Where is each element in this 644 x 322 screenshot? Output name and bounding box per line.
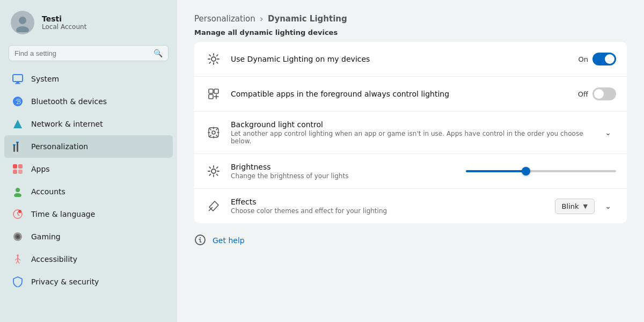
sidebar-item-label-accounts: Accounts xyxy=(31,187,65,196)
settings-card: Use Dynamic Lighting on my devices On xyxy=(194,42,627,223)
setting-label-brightness: Brightness xyxy=(231,163,455,171)
setting-control-brightness xyxy=(466,170,616,172)
setting-text-effects: Effects Choose color themes and effect f… xyxy=(231,197,544,215)
sidebar-item-label-bluetooth: Bluetooth & devices xyxy=(31,97,107,106)
svg-rect-41 xyxy=(214,89,218,93)
svg-line-36 xyxy=(209,55,210,56)
setting-row-use-dynamic-lighting: Use Dynamic Lighting on my devices On xyxy=(194,42,627,77)
user-type: Local Account xyxy=(42,23,86,31)
svg-rect-8 xyxy=(13,145,15,152)
setting-text-brightness: Brightness Change the brightness of your… xyxy=(231,163,455,180)
expand-effects-button[interactable]: ⌄ xyxy=(600,198,616,214)
get-help-icon xyxy=(194,234,207,247)
svg-rect-3 xyxy=(16,82,19,83)
personalization-icon xyxy=(12,141,24,152)
sidebar-item-privacy[interactable]: Privacy & security xyxy=(4,270,173,293)
svg-point-25 xyxy=(17,254,19,257)
svg-point-1 xyxy=(16,26,29,32)
setting-row-brightness: Brightness Change the brightness of your… xyxy=(194,154,627,189)
svg-point-21 xyxy=(18,210,21,213)
svg-point-0 xyxy=(19,17,26,24)
slider-track[interactable] xyxy=(466,170,616,172)
brightness-slider[interactable] xyxy=(466,170,616,172)
background-light-icon xyxy=(205,124,222,141)
sidebar-item-apps[interactable]: Apps xyxy=(4,158,173,180)
sidebar-item-label-network: Network & internet xyxy=(31,120,103,128)
toggle-wrapper-dynamic-lighting[interactable]: On xyxy=(579,53,616,65)
toggle-label-compatible-apps: Off xyxy=(578,90,588,98)
sidebar-item-label-personalization: Personalization xyxy=(31,142,88,151)
network-icon xyxy=(12,118,24,130)
section-header: Manage all dynamic lighting devices xyxy=(194,28,627,36)
effects-dropdown-value: Blink xyxy=(562,202,579,210)
time-icon xyxy=(12,208,24,220)
svg-line-50 xyxy=(209,167,210,168)
svg-point-24 xyxy=(17,236,19,238)
setting-text-compatible-apps: Compatible apps in the foreground always… xyxy=(231,90,567,98)
setting-row-compatible-apps: Compatible apps in the foreground always… xyxy=(194,77,627,112)
sidebar-item-time[interactable]: Time & language xyxy=(4,203,173,225)
sidebar-item-accessibility[interactable]: Accessibility xyxy=(4,248,173,270)
svg-point-43 xyxy=(212,131,215,134)
setting-desc-brightness: Change the brightness of your lights xyxy=(231,172,455,180)
breadcrumb: Personalization › Dynamic Lighting xyxy=(194,13,627,24)
setting-control-compatible-apps: Off xyxy=(578,87,616,100)
apps-icon xyxy=(12,163,24,175)
svg-line-20 xyxy=(18,214,19,216)
get-help-link[interactable]: Get help xyxy=(213,236,245,245)
svg-rect-11 xyxy=(16,142,19,143)
setting-desc-background-light: Let another app control lighting when an… xyxy=(231,130,589,145)
sidebar-item-label-gaming: Gaming xyxy=(31,232,61,241)
sidebar-item-bluetooth[interactable]: ℬ Bluetooth & devices xyxy=(4,90,173,113)
search-bar[interactable]: 🔍 xyxy=(9,45,169,61)
toggle-wrapper-compatible-apps[interactable]: Off xyxy=(578,87,616,100)
brightness-icon xyxy=(205,163,222,180)
sidebar-item-label-apps: Apps xyxy=(31,165,50,173)
svg-text:ℬ: ℬ xyxy=(16,98,21,106)
gaming-icon xyxy=(12,231,24,243)
toggle-dynamic-lighting[interactable] xyxy=(592,53,616,65)
bluetooth-icon: ℬ xyxy=(12,96,24,107)
sidebar-item-label-accessibility: Accessibility xyxy=(31,255,77,264)
user-name: Testi xyxy=(42,14,86,23)
effects-dropdown[interactable]: Blink ▼ xyxy=(555,199,595,214)
svg-point-55 xyxy=(200,237,201,238)
svg-rect-10 xyxy=(13,144,16,145)
sidebar-item-system[interactable]: System xyxy=(4,68,173,90)
nav-list: System ℬ Bluetooth & devices Network & i… xyxy=(0,68,177,322)
svg-rect-40 xyxy=(209,89,213,93)
dynamic-lighting-icon xyxy=(205,50,222,68)
sidebar-item-personalization[interactable]: Personalization xyxy=(4,135,173,158)
compatible-apps-icon xyxy=(205,85,222,103)
effects-icon xyxy=(205,197,222,215)
sidebar-item-label-privacy: Privacy & security xyxy=(31,277,99,286)
accounts-icon xyxy=(12,186,24,197)
sidebar-item-network[interactable]: Network & internet xyxy=(4,113,173,135)
search-input[interactable] xyxy=(14,49,149,57)
breadcrumb-parent[interactable]: Personalization xyxy=(194,14,255,24)
sidebar-item-label-system: System xyxy=(31,75,59,83)
sidebar-item-gaming[interactable]: Gaming xyxy=(4,225,173,248)
get-help[interactable]: Get help xyxy=(194,234,627,247)
search-icon: 🔍 xyxy=(153,49,163,57)
sidebar: Testi Local Account 🔍 System ℬ xyxy=(0,0,177,322)
sidebar-item-accounts[interactable]: Accounts xyxy=(4,180,173,203)
svg-line-30 xyxy=(18,261,19,264)
svg-rect-42 xyxy=(209,94,213,99)
toggle-thumb xyxy=(605,54,614,64)
svg-rect-13 xyxy=(18,164,23,169)
user-profile[interactable]: Testi Local Account xyxy=(0,0,177,43)
slider-fill xyxy=(466,170,526,172)
svg-rect-12 xyxy=(13,164,17,169)
slider-thumb[interactable] xyxy=(522,167,530,175)
svg-rect-9 xyxy=(17,142,18,152)
toggle-label-dynamic-lighting: On xyxy=(579,55,588,63)
expand-background-light-button[interactable]: ⌄ xyxy=(600,125,616,141)
user-info: Testi Local Account xyxy=(42,14,86,31)
svg-rect-15 xyxy=(18,170,23,174)
setting-control-dynamic-lighting: On xyxy=(579,53,616,65)
svg-rect-4 xyxy=(15,83,20,84)
toggle-compatible-apps[interactable] xyxy=(592,87,616,100)
chevron-down-icon: ▼ xyxy=(583,203,588,210)
accessibility-icon xyxy=(12,253,24,265)
